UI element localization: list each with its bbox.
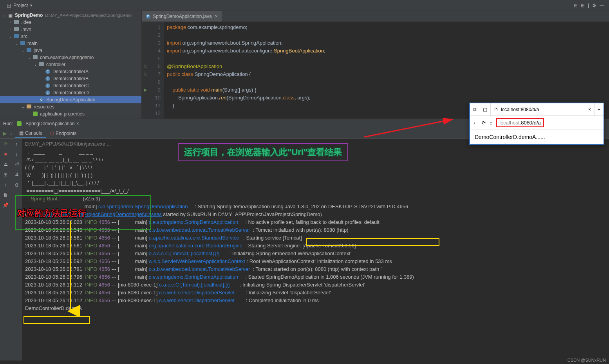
tree-root[interactable]: ⌄ ▣ SpringDemo D:\MY_APP\Project\JavaPro…: [0, 12, 141, 19]
editor-tab[interactable]: SpringDemoApplication.java ×: [142, 11, 222, 22]
tree-label: .mvn: [21, 27, 31, 32]
trash-icon[interactable]: 🗑: [2, 191, 9, 199]
gear-icon[interactable]: ⚙: [592, 3, 596, 8]
collapse-icon[interactable]: ⊟: [574, 3, 578, 8]
folder-orange-icon: [26, 104, 32, 110]
tree-item[interactable]: DemoControllerB: [0, 75, 141, 82]
down-icon[interactable]: ↓: [2, 181, 9, 189]
console-output[interactable]: D:\MY_APP\JAVA\JDK\bin\java.exe ... . __…: [22, 139, 609, 360]
watermark: CSDN @SUNxRUN: [567, 358, 606, 362]
chevron-icon[interactable]: ›: [8, 27, 13, 31]
restart-icon[interactable]: ⟳: [2, 140, 9, 148]
tree-item[interactable]: ⌄src: [0, 33, 141, 40]
class-icon: [38, 97, 45, 103]
project-tree[interactable]: ⌄ ▣ SpringDemo D:\MY_APP\Project\JavaPro…: [0, 11, 141, 119]
tree-item[interactable]: DemoControllerD: [0, 89, 141, 96]
folder-blue-icon: [26, 47, 32, 54]
browser-tab-copy-icon[interactable]: ⧉: [470, 103, 480, 115]
stop-icon[interactable]: ■: [2, 150, 9, 158]
pin-icon[interactable]: 📌: [2, 201, 9, 209]
wrap-icon[interactable]: ⏎: [13, 160, 21, 168]
run-config-name: SpringDemoApplication: [25, 121, 74, 126]
project-icon: ▤: [5, 2, 12, 9]
folder-blue-icon: [20, 40, 26, 47]
module-icon: ▣: [7, 12, 13, 18]
chevron-icon[interactable]: ›: [8, 20, 13, 24]
run-sidebar: ⟳ ■ ⏏ ⊞ ↓ 🗑 📌: [0, 139, 11, 360]
root-path: D:\MY_APP\Project\JavaProject\SpringDemo: [45, 13, 132, 18]
class-icon: [145, 13, 151, 20]
annotation-uri: 运行项目，在浏览器输入此"Uri"查看结果: [178, 143, 348, 161]
rerun-icon[interactable]: ▶: [3, 131, 7, 136]
tree-item[interactable]: ›.idea: [0, 19, 141, 26]
browser-window: ⧉ ▢ 🗋 localhost:8080/d/a × + ← ⟳ ⌂ local…: [469, 103, 604, 145]
gutter: 12345⬡6⬡78▶91011121314: [142, 22, 164, 119]
project-label: Project: [13, 3, 28, 8]
project-tool-dropdown[interactable]: ▤ Project ▼: [3, 2, 35, 9]
close-icon[interactable]: ×: [588, 107, 591, 112]
exit-icon[interactable]: ⏏: [2, 160, 9, 168]
chevron-down-icon: ▼: [29, 4, 33, 7]
root-name: SpringDemo: [15, 13, 43, 18]
console-tab[interactable]: ▤ Console: [15, 129, 46, 138]
folder-icon: [32, 54, 38, 61]
tree-label: controller: [46, 62, 65, 67]
chevron-icon[interactable]: ⌄: [8, 34, 13, 38]
tree-item[interactable]: DemoControllerC: [0, 82, 141, 89]
chevron-icon[interactable]: ⌄: [20, 105, 26, 109]
tree-label: java: [34, 48, 42, 53]
browser-tab-new-icon[interactable]: ▢: [480, 103, 490, 115]
tree-label: main: [27, 41, 38, 46]
tab-filename: SpringDemoApplication.java: [153, 14, 212, 19]
folder-blue-icon: [13, 33, 20, 40]
tree-item[interactable]: ⌄main: [0, 40, 141, 47]
down-icon[interactable]: ↓: [13, 150, 21, 158]
close-icon[interactable]: ×: [76, 121, 79, 126]
run-sidebar-2: ↑ ↓ ⏎ ⇊ ⎙: [11, 139, 22, 360]
browser-titlebar: ⧉ ▢ 🗋 localhost:8080/d/a × +: [470, 103, 604, 116]
tree-label: SpringDemoApplication: [46, 97, 95, 103]
up-icon[interactable]: ↑: [13, 140, 21, 148]
expand-icon[interactable]: ⊞: [581, 3, 585, 8]
layout-icon[interactable]: ⊞: [2, 171, 9, 178]
hide-icon[interactable]: —: [600, 3, 604, 8]
endpoints-tab[interactable]: ⬡ Endpoints: [46, 129, 80, 138]
tree-item[interactable]: ⌄java: [0, 47, 141, 54]
browser-tab[interactable]: 🗋 localhost:8080/d/a ×: [490, 103, 595, 115]
spring-icon: [16, 121, 22, 127]
tree-label: DemoControllerD: [52, 90, 89, 96]
print-icon[interactable]: ⎙: [13, 181, 21, 189]
tree-label: DemoControllerB: [52, 76, 89, 81]
chevron-icon[interactable]: ⌄: [33, 63, 38, 67]
home-icon[interactable]: ⌂: [490, 120, 492, 126]
chevron-icon[interactable]: ⌄: [20, 49, 26, 52]
url-input[interactable]: localhost:8080/d/a: [496, 118, 544, 127]
tree-item[interactable]: ⌄resources: [0, 103, 141, 110]
refresh-icon[interactable]: ⟳: [482, 120, 486, 126]
new-tab-button[interactable]: +: [595, 103, 604, 115]
page-icon: 🗋: [494, 107, 499, 112]
tree-label: resources: [34, 104, 54, 110]
folder-icon: [38, 61, 45, 68]
chevron-down-icon[interactable]: ⌄: [2, 13, 7, 17]
class-icon: [45, 68, 51, 75]
scroll-icon[interactable]: ⇊: [13, 171, 21, 178]
chevron-icon[interactable]: ⌄: [27, 56, 32, 59]
close-icon[interactable]: ×: [215, 14, 218, 19]
class-icon: [45, 90, 51, 96]
stop-icon[interactable]: ↓: [10, 131, 12, 136]
tree-item[interactable]: SpringDemoApplication: [0, 96, 141, 103]
tree-item[interactable]: ⌄com.example.springdemo: [0, 54, 141, 61]
tree-item[interactable]: application.properties: [0, 110, 141, 117]
annotation-method: 对应的方法已运行: [17, 207, 86, 219]
endpoints-icon: ⬡: [50, 131, 54, 136]
tree-label: DemoControllerC: [52, 83, 89, 88]
chevron-icon[interactable]: ⌄: [14, 41, 20, 45]
tree-label: application.properties: [40, 111, 85, 117]
console-icon: ▤: [19, 130, 23, 136]
back-icon[interactable]: ←: [473, 120, 478, 126]
tree-item[interactable]: ›.mvn: [0, 26, 141, 33]
tree-label: DemoControllerA: [52, 69, 89, 74]
tree-item[interactable]: DemoControllerA: [0, 68, 141, 75]
tree-item[interactable]: ⌄controller: [0, 61, 141, 68]
